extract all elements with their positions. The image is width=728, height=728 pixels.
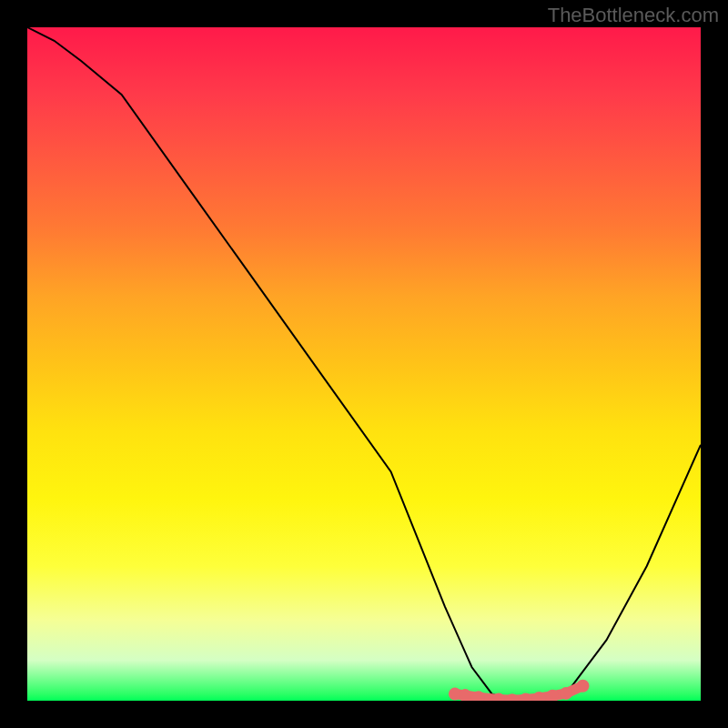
background-gradient — [27, 27, 701, 701]
watermark-text: TheBottleneck.com — [548, 4, 719, 27]
plot-area — [27, 27, 701, 701]
